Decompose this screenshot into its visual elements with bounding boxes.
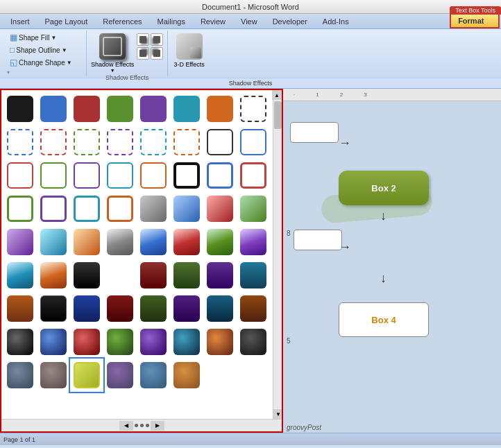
shape-style-cell[interactable] <box>4 126 36 158</box>
scroll-track[interactable] <box>273 101 282 409</box>
shape-style-cell[interactable] <box>4 93 36 125</box>
scroll-right-button[interactable]: ▶ <box>151 421 164 431</box>
shape-style-cell[interactable] <box>171 126 203 158</box>
shape-style-cell[interactable] <box>237 193 269 225</box>
shape-style-cell[interactable] <box>237 259 269 291</box>
shape-style-cell[interactable] <box>71 259 103 291</box>
shape-style-cell[interactable] <box>171 259 203 291</box>
shape-style-cell[interactable] <box>237 160 269 191</box>
tab-insert[interactable]: Insert <box>3 15 37 28</box>
effects-3d-group[interactable]: 3-D Effects <box>168 31 210 76</box>
box4[interactable]: Box 4 <box>339 302 429 337</box>
shape-style-cell[interactable] <box>37 226 69 258</box>
shape-style-cell[interactable] <box>204 160 236 191</box>
connector-box-2[interactable] <box>294 230 342 250</box>
shape-style-cell[interactable] <box>37 160 69 191</box>
shape-style-cell[interactable] <box>37 193 69 225</box>
shape-style-cell[interactable] <box>204 259 236 291</box>
shape-style-cell[interactable] <box>137 326 169 358</box>
shape-style-cell[interactable] <box>171 326 203 358</box>
shape-style-cell[interactable] <box>137 93 169 125</box>
shape-style-cell[interactable] <box>4 359 36 391</box>
shape-style-cell[interactable] <box>104 93 136 125</box>
shape-style-cell[interactable] <box>71 193 103 225</box>
shape-style-cell[interactable] <box>104 293 136 325</box>
tab-review[interactable]: Review <box>194 15 232 28</box>
shape-style-cell[interactable] <box>204 293 236 325</box>
shadow-sub-btn-2[interactable] <box>151 33 163 46</box>
shape-fill-dropdown-icon[interactable]: ▼ <box>51 35 56 41</box>
shape-style-cell[interactable] <box>137 259 169 291</box>
shape-style-cell[interactable] <box>204 193 236 225</box>
tab-add-ins[interactable]: Add-Ins <box>316 15 356 28</box>
shape-style-cell[interactable] <box>204 226 236 258</box>
connector-box-1[interactable] <box>290 122 339 143</box>
shape-style-cell[interactable] <box>171 293 203 325</box>
shape-style-cell[interactable] <box>171 93 203 125</box>
shape-style-cell[interactable] <box>4 193 36 225</box>
shape-style-cell[interactable] <box>171 226 203 258</box>
ribbon-group-shape-expander[interactable]: ▾ <box>7 68 10 76</box>
shape-outline-dropdown-icon[interactable]: ▼ <box>62 47 67 53</box>
shape-fill-button[interactable]: ▦ Shape Fill ▼ <box>7 32 59 43</box>
change-shape-button[interactable]: ◱ Change Shape ▼ <box>7 57 75 68</box>
change-shape-dropdown-icon[interactable]: ▼ <box>67 60 72 66</box>
vertical-scrollbar[interactable]: ▲ ▼ <box>273 90 282 419</box>
shape-style-cell[interactable] <box>237 326 269 358</box>
shape-style-cell[interactable] <box>237 126 269 158</box>
shape-style-cell[interactable] <box>37 293 69 325</box>
shape-style-cell[interactable] <box>137 293 169 325</box>
scroll-down-arrow[interactable]: ▼ <box>273 409 283 419</box>
shape-style-cell[interactable] <box>137 359 169 391</box>
tab-developer[interactable]: Developer <box>266 15 314 28</box>
shadow-sub-btn-4[interactable] <box>151 47 163 60</box>
tab-mailings[interactable]: Mailings <box>151 15 192 28</box>
shape-style-cell[interactable] <box>104 193 136 225</box>
shape-style-cell[interactable] <box>237 93 269 125</box>
shape-style-cell[interactable] <box>237 293 269 325</box>
shape-style-cell[interactable] <box>104 226 136 258</box>
shape-style-cell[interactable] <box>204 326 236 358</box>
shape-style-cell[interactable] <box>4 293 36 325</box>
shape-style-cell[interactable] <box>137 160 169 191</box>
shadow-effects-group[interactable]: Shadow Effects ▼ <box>87 31 168 76</box>
shape-outline-button[interactable]: □ Shape Outline ▼ <box>7 44 70 55</box>
shape-style-cell[interactable] <box>104 126 136 158</box>
shape-style-cell-selected[interactable] <box>71 359 103 391</box>
shape-style-cell[interactable] <box>104 259 136 291</box>
shape-style-cell[interactable] <box>204 93 236 125</box>
scroll-left-button[interactable]: ◀ <box>119 421 133 431</box>
shape-style-cell[interactable] <box>37 359 69 391</box>
shadow-effects-big-button[interactable]: Shadow Effects ▼ <box>91 33 134 73</box>
shape-style-cell[interactable] <box>104 160 136 191</box>
tab-page-layout[interactable]: Page Layout <box>38 15 95 28</box>
shape-style-cell[interactable] <box>104 359 136 391</box>
shadow-effects-dropdown-icon[interactable]: ▼ <box>110 68 115 73</box>
shape-style-cell[interactable] <box>37 259 69 291</box>
shape-style-cell[interactable] <box>71 160 103 191</box>
tab-format[interactable]: Format <box>450 15 500 28</box>
shape-style-cell[interactable] <box>71 126 103 158</box>
shape-style-cell[interactable] <box>137 193 169 225</box>
shape-style-cell[interactable] <box>171 160 203 191</box>
shape-style-cell[interactable] <box>37 326 69 358</box>
tab-view[interactable]: View <box>234 15 264 28</box>
scroll-thumb[interactable] <box>274 101 282 129</box>
shape-style-cell[interactable] <box>71 93 103 125</box>
shape-style-cell[interactable] <box>171 193 203 225</box>
shadow-sub-btn-1[interactable] <box>137 33 149 46</box>
shape-style-cell[interactable] <box>137 226 169 258</box>
shape-style-cell[interactable] <box>4 160 36 191</box>
tab-references[interactable]: References <box>96 15 148 28</box>
shape-style-cell[interactable] <box>104 326 136 358</box>
shape-style-cell[interactable] <box>171 359 203 391</box>
shadow-sub-btn-3[interactable] <box>137 47 149 60</box>
scroll-up-button[interactable]: ▲ <box>272 90 282 100</box>
shape-style-cell[interactable] <box>71 326 103 358</box>
shape-style-cell[interactable] <box>4 326 36 358</box>
shape-style-cell[interactable] <box>37 93 69 125</box>
shape-style-cell[interactable] <box>71 226 103 258</box>
shape-style-cell[interactable] <box>37 126 69 158</box>
shape-style-cell[interactable] <box>4 226 36 258</box>
shape-style-cell[interactable] <box>204 126 236 158</box>
